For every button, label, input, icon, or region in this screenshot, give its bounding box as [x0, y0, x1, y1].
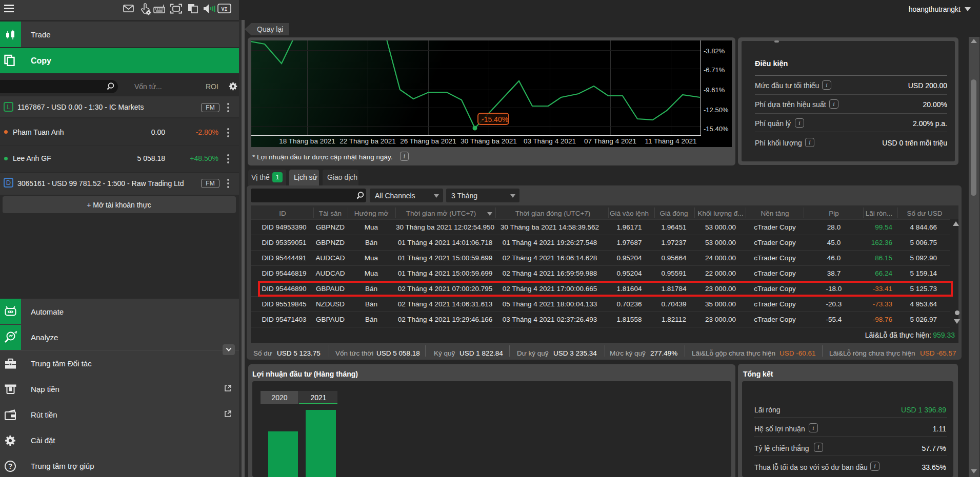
svg-text:?: ?: [8, 462, 13, 470]
svg-text:VI: VI: [221, 7, 227, 12]
